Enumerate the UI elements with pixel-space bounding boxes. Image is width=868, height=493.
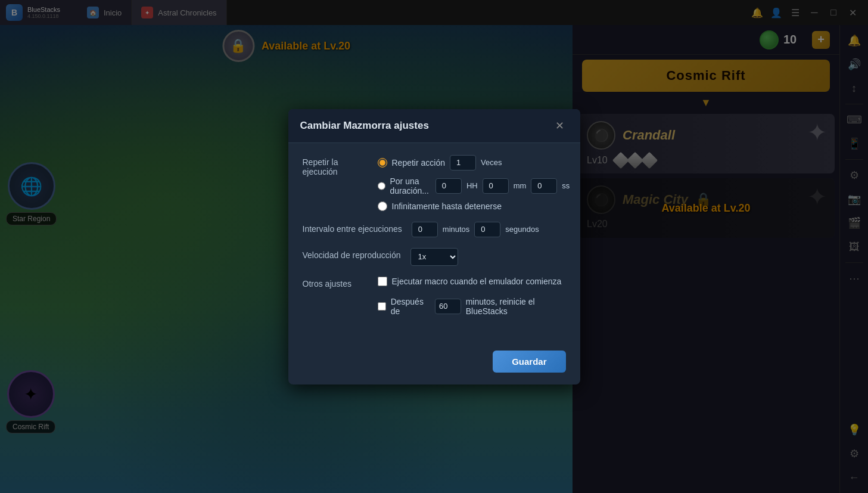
radio1-label: Repetir acción [392, 158, 446, 168]
interval-min-input[interactable] [412, 222, 438, 237]
repeat-count-input[interactable] [450, 155, 476, 170]
duration-hh-input[interactable] [435, 178, 462, 194]
dialog-footer: Guardar [288, 343, 580, 385]
save-button[interactable]: Guardar [493, 351, 565, 373]
checkbox2-before-label: Después de [391, 297, 430, 316]
dialog-body: Repetir la ejecución Repetir acción Vece… [288, 143, 580, 343]
checkbox2-after-label: minutos, reinicie el BlueStacks [466, 297, 566, 316]
radio-row-3: Infinitamente hasta detenerse [378, 201, 570, 211]
sec-unit: segundos [505, 225, 539, 234]
dialog-close-button[interactable]: ✕ [552, 117, 568, 134]
radio-repeat-action[interactable] [378, 158, 387, 168]
modal-overlay: Cambiar Mazmorra ajustes ✕ Repetir la ej… [0, 0, 868, 493]
form-row-other: Otros ajustes Ejecutar macro cuando el e… [303, 277, 566, 321]
speed-controls: 1x 2x 4x 8x [410, 248, 566, 266]
other-label: Otros ajustes [303, 277, 368, 289]
duration-ss-input[interactable] [531, 178, 557, 194]
form-row-speed: Velocidad de reproducción 1x 2x 4x 8x [303, 248, 566, 266]
checkbox-row-1: Ejecutar macro cuando el emulador comien… [378, 277, 566, 286]
dialog: Cambiar Mazmorra ajustes ✕ Repetir la ej… [288, 109, 580, 385]
interval-label: Intervalo entre ejecuciones [303, 222, 402, 234]
repeat-label: Repetir la ejecución [303, 155, 368, 176]
radio-duration[interactable] [378, 181, 385, 191]
restart-minutes-input[interactable] [435, 299, 461, 314]
other-controls: Ejecutar macro cuando el emulador comien… [378, 277, 566, 321]
speed-select[interactable]: 1x 2x 4x 8x [410, 248, 458, 266]
interval-row: minutos segundos [412, 222, 566, 237]
checkbox1-label: Ejecutar macro cuando el emulador comien… [392, 277, 562, 286]
ss-unit: ss [562, 181, 570, 190]
repeat-controls: Repetir acción Veces Por una duración...… [378, 155, 570, 211]
radio-infinite[interactable] [378, 201, 387, 211]
radio-row-2: Por una duración... HH mm ss [378, 176, 570, 196]
mm-unit: mm [514, 181, 527, 190]
form-row-repeat: Repetir la ejecución Repetir acción Vece… [303, 155, 566, 211]
speed-label: Velocidad de reproducción [303, 248, 401, 260]
duration-mm-input[interactable] [483, 178, 509, 194]
min-unit: minutos [443, 225, 470, 234]
radio-row-1: Repetir acción Veces [378, 155, 570, 170]
checkbox-restart[interactable] [378, 302, 386, 311]
interval-controls: minutos segundos [412, 222, 566, 237]
interval-sec-input[interactable] [474, 222, 500, 237]
checkbox-emulator-start[interactable] [378, 277, 387, 286]
radio3-label: Infinitamente hasta detenerse [392, 201, 502, 211]
radio2-label: Por una duración... [390, 176, 431, 196]
radio1-unit: Veces [481, 158, 502, 167]
hh-unit: HH [466, 181, 478, 190]
checkbox-row-2: Después de minutos, reinicie el BlueStac… [378, 297, 566, 316]
dialog-header: Cambiar Mazmorra ajustes ✕ [288, 109, 580, 143]
form-row-interval: Intervalo entre ejecuciones minutos segu… [303, 222, 566, 237]
dialog-title: Cambiar Mazmorra ajustes [300, 120, 429, 132]
